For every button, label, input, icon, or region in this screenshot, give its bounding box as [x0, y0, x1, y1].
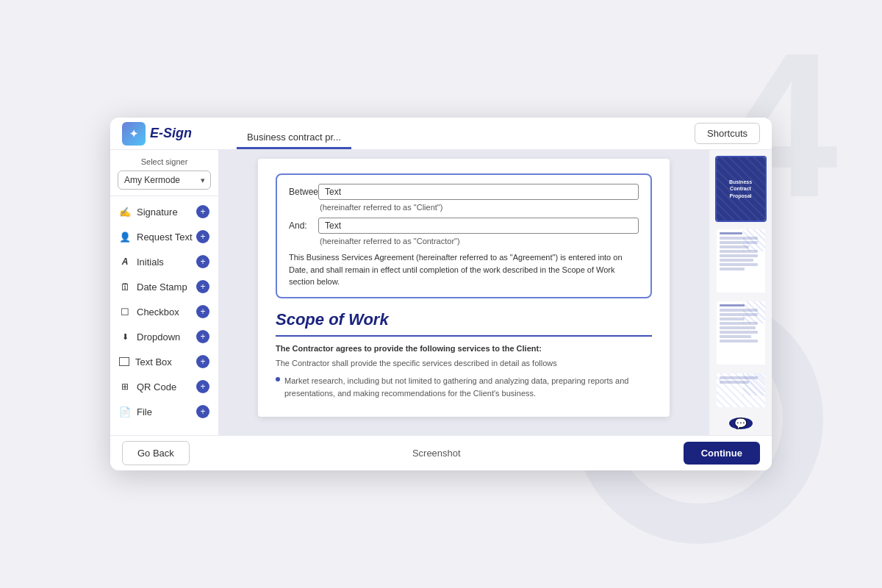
contract-header-box: Between: (hereinafter referred to as "Cl… [276, 173, 652, 298]
text-box-add-btn[interactable]: + [196, 355, 209, 368]
shortcuts-button[interactable]: Shortcuts [695, 123, 760, 144]
thumbnail-2[interactable] [715, 228, 767, 294]
date-stamp-add-btn[interactable]: + [196, 280, 209, 293]
screenshot-label: Screenshot [412, 448, 461, 459]
initials-add-btn[interactable]: + [196, 255, 209, 268]
and-label: And: [289, 220, 312, 231]
sidebar-item-label-dropdown: Dropdown [137, 331, 180, 343]
bottom-bar: Go Back Screenshot Continue [110, 435, 772, 470]
top-bar: ✦ E-Sign Business contract pr... Shortcu… [110, 118, 772, 150]
scope-divider [276, 335, 652, 337]
checkbox-add-btn[interactable]: + [196, 305, 209, 318]
sidebar-item-date-stamp[interactable]: 🗓 Date Stamp + [110, 274, 218, 299]
signer-dropdown-wrap[interactable]: Amy Kermode [118, 171, 211, 190]
go-back-button[interactable]: Go Back [122, 441, 190, 465]
sidebar-item-signature[interactable]: ✍ Signature + [110, 199, 218, 224]
thumbnail-3[interactable] [715, 300, 767, 366]
sidebar-item-dropdown[interactable]: ⬇ Dropdown + [110, 324, 218, 349]
tab-area: Business contract pr... [231, 118, 695, 149]
sidebar-item-label-initials: Initials [137, 257, 164, 268]
main-content: Select signer Amy Kermode ✍ Signature + [110, 150, 772, 435]
qr-code-add-btn[interactable]: + [196, 380, 209, 393]
signer-select[interactable]: Amy Kermode [118, 171, 211, 190]
and-referred: (hereinafter referred to as "Contractor"… [320, 237, 639, 245]
file-add-btn[interactable]: + [196, 405, 209, 418]
sidebar-item-file[interactable]: 📄 File + [110, 399, 218, 424]
scope-subtitle: The Contractor agrees to provide the fol… [276, 344, 652, 353]
chat-button[interactable]: 💬 [729, 417, 753, 429]
and-row: And: [289, 218, 639, 234]
qr-code-icon: ⊞ [119, 381, 131, 392]
text-box-icon [119, 357, 129, 366]
signature-add-btn[interactable]: + [196, 205, 209, 218]
request-text-icon: 👤 [119, 231, 131, 243]
thumbnail-inner-2 [717, 229, 765, 293]
select-signer-label: Select signer [118, 157, 211, 166]
agreement-text: This Business Services Agreement (herein… [289, 251, 639, 288]
between-referred: (hereinafter referred to as "Client") [320, 203, 639, 212]
sidebar-item-request-text[interactable]: 👤 Request Text + [110, 224, 218, 249]
sidebar-item-text-box[interactable]: Text Box + [110, 349, 218, 374]
thumbnail-1[interactable]: Business Contract Proposal [715, 156, 767, 222]
between-input[interactable] [318, 184, 639, 200]
checkbox-icon: ☐ [119, 306, 131, 318]
continue-button[interactable]: Continue [684, 442, 760, 465]
select-signer-area: Select signer Amy Kermode [110, 150, 218, 196]
thumbnail-inner-3 [717, 301, 765, 365]
sidebar-item-qr-code[interactable]: ⊞ QR Code + [110, 374, 218, 399]
date-stamp-icon: 🗓 [119, 281, 131, 293]
sidebar: Select signer Amy Kermode ✍ Signature + [110, 150, 219, 435]
doc-page: Between: (hereinafter referred to as "Cl… [258, 159, 670, 417]
thumbnail-panel: Business Contract Proposal [709, 150, 772, 435]
app-window: ✦ E-Sign Business contract pr... Shortcu… [110, 118, 772, 470]
sidebar-item-label-signature: Signature [137, 207, 178, 218]
sidebar-item-initials[interactable]: A Initials + [110, 249, 218, 274]
sidebar-item-label-text-box: Text Box [135, 356, 172, 368]
sidebar-item-label-qr-code: QR Code [137, 381, 176, 392]
initials-icon: A [119, 256, 131, 268]
file-icon: 📄 [119, 406, 131, 417]
signature-icon: ✍ [119, 206, 131, 218]
logo-icon: ✦ [122, 122, 146, 146]
sidebar-item-label-date-stamp: Date Stamp [137, 282, 187, 293]
sidebar-item-label-file: File [137, 406, 152, 417]
doc-viewer: Between: (hereinafter referred to as "Cl… [219, 150, 709, 435]
scope-title: Scope of Work [276, 310, 652, 329]
dropdown-add-btn[interactable]: + [196, 330, 209, 343]
logo-text: E-Sign [150, 126, 192, 141]
dropdown-icon: ⬇ [119, 331, 131, 343]
sidebar-item-label-request-text: Request Text [137, 232, 193, 243]
request-text-add-btn[interactable]: + [196, 230, 209, 243]
thumbnail-inner-4 [717, 373, 765, 407]
thumbnail-4[interactable] [715, 372, 767, 409]
bullet-dot-1 [276, 377, 280, 381]
sidebar-tools: ✍ Signature + 👤 Request Text + A [110, 196, 218, 435]
logo-area: ✦ E-Sign [122, 122, 231, 146]
active-tab[interactable]: Business contract pr... [237, 127, 351, 149]
thumbnail-cover-1: Business Contract Proposal [717, 157, 765, 220]
scope-bullet-1: Market research, including but not limit… [276, 375, 652, 399]
sidebar-item-checkbox[interactable]: ☐ Checkbox + [110, 299, 218, 324]
between-row: Between: [289, 184, 639, 200]
bullet-text-1: Market research, including but not limit… [284, 375, 652, 399]
thumbnail-cover-text: Business Contract Proposal [721, 179, 761, 198]
and-input[interactable] [318, 218, 639, 234]
sidebar-item-label-checkbox: Checkbox [137, 306, 179, 318]
scope-intro: The Contractor shall provide the specifi… [276, 357, 652, 370]
between-label: Between: [289, 187, 312, 197]
